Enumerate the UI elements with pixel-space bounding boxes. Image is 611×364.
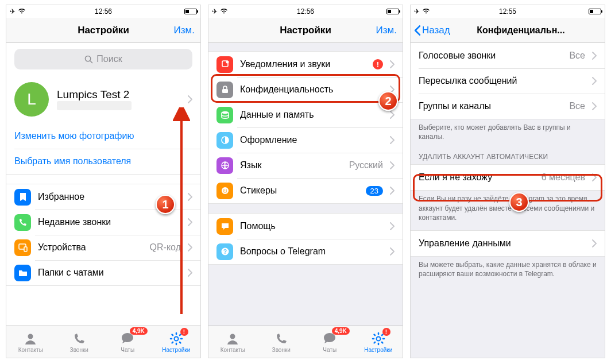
phone-screen-2: ✈︎ 12:56 Настройки Изм. Уведомления и зв… <box>208 5 403 358</box>
chevron-icon <box>390 161 395 169</box>
profile-name: Lumpics Test 2 <box>57 88 132 101</box>
database-icon <box>216 107 233 123</box>
tab-settings[interactable]: ! Настройки <box>152 326 201 358</box>
language-value: Русский <box>349 160 383 171</box>
folder-icon <box>14 265 31 281</box>
chevron-icon <box>592 102 597 110</box>
nav-header: Настройки Изм. <box>6 18 200 43</box>
appearance-row[interactable]: Оформление <box>208 127 403 153</box>
battery-icon <box>184 9 197 14</box>
search-placeholder: Поиск <box>96 54 122 64</box>
chevron-icon <box>390 222 395 230</box>
groups-channels-row[interactable]: Группы и каналы Все <box>411 94 605 119</box>
svg-text:?: ? <box>223 249 226 255</box>
edit-button[interactable]: Изм. <box>376 25 397 36</box>
tab-bar: Контакты Звонки 4,9K Чаты ! Настройки <box>208 326 403 358</box>
delete-section-header: УДАЛИТЬ АККАУНТ АВТОМАТИЧЕСКИ <box>411 149 605 164</box>
help-row[interactable]: Помощь <box>208 214 403 239</box>
svg-point-7 <box>226 61 229 64</box>
tab-chats[interactable]: 4,9K Чаты <box>306 326 354 358</box>
tab-contacts[interactable]: Контакты <box>6 326 55 358</box>
svg-point-14 <box>226 189 227 191</box>
settings-content[interactable]: Поиск L Lumpics Test 2 Изменить мою фото… <box>6 43 200 326</box>
svg-rect-8 <box>222 89 228 93</box>
svg-point-12 <box>222 187 229 194</box>
svg-point-9 <box>222 111 229 114</box>
profile-row[interactable]: L Lumpics Test 2 <box>6 75 200 123</box>
phone-screen-1: ✈︎ 12:56 Настройки Изм. Поиск L Lumpics … <box>6 5 201 358</box>
data-storage-row[interactable]: Данные и память <box>208 102 403 127</box>
search-input[interactable]: Поиск <box>14 49 192 69</box>
delete-footer: Если Вы ни разу не зайдёте в Telegram за… <box>411 191 605 230</box>
status-time: 12:56 <box>208 7 403 16</box>
voice-calls-row[interactable]: Голосовые звонки Все <box>411 43 605 68</box>
settings-content[interactable]: Уведомления и звуки ! Конфиденциальность… <box>208 43 403 326</box>
svg-point-13 <box>223 189 225 191</box>
if-away-row[interactable]: Если я не захожу 6 месяцев <box>411 165 605 190</box>
data-management-row[interactable]: Управление данными <box>411 231 605 256</box>
language-row[interactable]: Язык Русский <box>208 153 403 178</box>
forwarding-row[interactable]: Пересылка сообщений <box>411 68 605 94</box>
data-footer: Вы можете выбрать, какие данные хранятся… <box>411 257 605 286</box>
notifications-row[interactable]: Уведомления и звуки ! <box>208 52 403 77</box>
annotation-badge-1: 1 <box>156 195 175 214</box>
nav-title: Настройки <box>280 25 331 36</box>
chevron-icon <box>188 95 192 103</box>
chevron-icon <box>390 60 395 68</box>
svg-rect-2 <box>24 247 27 251</box>
battery-icon <box>589 9 601 14</box>
annotation-arrow <box>173 107 190 320</box>
status-bar: ✈︎ 12:56 <box>6 5 200 18</box>
nav-title: Конфиденциальн... <box>450 25 564 36</box>
stickers-badge: 23 <box>366 186 383 196</box>
privacy-content[interactable]: Голосовые звонки Все Пересылка сообщений… <box>411 43 605 358</box>
appearance-icon <box>216 132 233 149</box>
avatar: L <box>14 82 49 117</box>
devices-row[interactable]: Устройства QR-код <box>6 235 200 260</box>
faq-row[interactable]: ? Вопросы о Telegram <box>208 239 403 264</box>
chevron-icon <box>592 173 597 181</box>
chevron-icon <box>592 239 597 247</box>
status-bar: ✈︎ 12:56 <box>208 5 403 18</box>
sticker-icon <box>216 183 233 199</box>
question-icon: ? <box>216 243 233 260</box>
svg-point-3 <box>28 334 33 339</box>
status-bar: ✈︎ 12:55 <box>411 5 605 18</box>
alert-icon: ! <box>373 59 383 69</box>
svg-point-17 <box>230 334 235 339</box>
recent-calls-row[interactable]: Недавние звонки <box>6 210 200 235</box>
annotation-badge-2: 2 <box>378 91 398 111</box>
tab-chats[interactable]: 4,9K Чаты <box>103 326 152 358</box>
chevron-icon <box>390 136 395 144</box>
chevron-icon <box>390 187 395 195</box>
profile-subtitle <box>57 101 132 110</box>
tab-calls[interactable]: Звонки <box>257 326 306 358</box>
lock-icon <box>216 82 233 98</box>
chats-badge: 4,9K <box>130 327 148 335</box>
back-button[interactable]: Назад <box>414 25 450 36</box>
edit-button[interactable]: Изм. <box>174 25 195 36</box>
settings-alert-icon: ! <box>180 328 188 336</box>
settings-alert-icon: ! <box>382 328 390 336</box>
tab-settings[interactable]: ! Настройки <box>354 326 403 358</box>
phone-icon <box>14 214 31 231</box>
bookmark-icon <box>14 189 31 206</box>
choose-username-link[interactable]: Выбрать имя пользователя <box>6 149 200 174</box>
status-time: 12:56 <box>6 7 200 16</box>
groups-footer: Выберите, кто может добавлять Вас в груп… <box>411 119 605 149</box>
tab-contacts[interactable]: Контакты <box>208 326 257 358</box>
privacy-row[interactable]: Конфиденциальность <box>208 77 403 102</box>
chats-badge: 4,9K <box>332 327 350 335</box>
annotation-badge-3: 3 <box>509 192 529 212</box>
phone-screen-3: ✈︎ 12:55 Назад Конфиденциальн... Голосов… <box>410 5 605 358</box>
change-photo-link[interactable]: Изменить мою фотографию <box>6 123 200 149</box>
globe-icon <box>216 157 233 174</box>
stickers-row[interactable]: Стикеры 23 <box>208 178 403 203</box>
chevron-icon <box>390 247 395 255</box>
tab-calls[interactable]: Звонки <box>55 326 104 358</box>
devices-icon <box>14 239 31 256</box>
nav-title: Настройки <box>78 25 129 36</box>
battery-icon <box>386 9 399 14</box>
nav-header: Настройки Изм. <box>208 18 403 43</box>
chat-folders-row[interactable]: Папки с чатами <box>6 260 200 285</box>
